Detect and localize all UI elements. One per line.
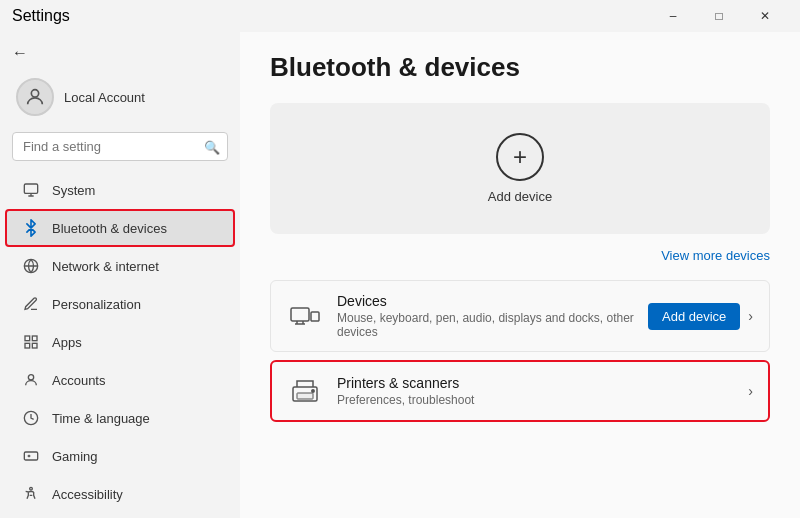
devices-row-action: Add device › [648,303,753,330]
devices-add-button[interactable]: Add device [648,303,740,330]
devices-row[interactable]: Devices Mouse, keyboard, pen, audio, dis… [270,280,770,352]
back-arrow-icon[interactable]: ← [12,44,28,62]
apps-icon [22,333,40,351]
network-icon [22,257,40,275]
svg-point-10 [30,487,33,490]
sidebar-item-label-personalization: Personalization [52,297,141,312]
view-more-link-container: View more devices [270,246,770,264]
svg-rect-3 [25,336,30,341]
printers-row-title: Printers & scanners [337,375,734,391]
add-device-label: Add device [488,189,552,204]
printers-row-action: › [748,383,753,399]
sidebar-item-personalization[interactable]: Personalization [6,286,234,322]
sidebar-item-system[interactable]: System [6,172,234,208]
sidebar-item-privacy[interactable]: Privacy & security [6,514,234,518]
personalization-icon [22,295,40,313]
sidebar-item-network[interactable]: Network & internet [6,248,234,284]
svg-point-7 [28,375,33,380]
sidebar-item-label-gaming: Gaming [52,449,98,464]
search-input[interactable] [12,132,228,161]
search-icon: 🔍 [204,139,220,154]
avatar [16,78,54,116]
title-bar-left: Settings [12,7,70,25]
sidebar-item-bluetooth[interactable]: Bluetooth & devices [6,210,234,246]
svg-rect-1 [24,184,37,193]
view-more-devices-link[interactable]: View more devices [661,248,770,263]
main-content: Bluetooth & devices + Add device View mo… [240,32,800,518]
sidebar-back[interactable]: ← [0,40,240,66]
sidebar-item-label-network: Network & internet [52,259,159,274]
app-body: ← Local Account 🔍 System [0,32,800,518]
sidebar-item-gaming[interactable]: Gaming [6,438,234,474]
add-device-card[interactable]: + Add device [270,103,770,234]
sidebar-item-time[interactable]: Time & language [6,400,234,436]
user-name: Local Account [64,90,145,105]
sidebar-item-label-accessibility: Accessibility [52,487,123,502]
sidebar-item-accounts[interactable]: Accounts [6,362,234,398]
svg-rect-5 [25,343,30,348]
devices-row-icon [287,298,323,334]
svg-rect-9 [24,452,37,460]
close-button[interactable]: ✕ [742,0,788,32]
maximize-button[interactable]: □ [696,0,742,32]
devices-row-info: Devices Mouse, keyboard, pen, audio, dis… [337,293,634,339]
sidebar: ← Local Account 🔍 System [0,32,240,518]
plus-icon: + [513,143,527,171]
time-icon [22,409,40,427]
user-profile[interactable]: Local Account [0,70,240,128]
sidebar-item-accessibility[interactable]: Accessibility [6,476,234,512]
printers-row-icon [287,373,323,409]
svg-point-16 [312,390,314,392]
devices-row-title: Devices [337,293,634,309]
svg-rect-6 [32,343,37,348]
svg-point-0 [31,90,38,97]
add-device-circle-icon: + [496,133,544,181]
sidebar-item-label-accounts: Accounts [52,373,105,388]
devices-row-subtitle: Mouse, keyboard, pen, audio, displays an… [337,311,634,339]
bluetooth-icon [22,219,40,237]
accessibility-icon [22,485,40,503]
title-bar: Settings – □ ✕ [0,0,800,32]
page-title: Bluetooth & devices [270,52,770,83]
svg-rect-13 [311,312,319,321]
sidebar-item-label-time: Time & language [52,411,150,426]
title-bar-title: Settings [12,7,70,25]
minimize-button[interactable]: – [650,0,696,32]
gaming-icon [22,447,40,465]
svg-rect-4 [32,336,37,341]
sidebar-item-apps[interactable]: Apps [6,324,234,360]
accounts-icon [22,371,40,389]
title-bar-controls: – □ ✕ [650,0,788,32]
sidebar-item-label-apps: Apps [52,335,82,350]
printers-row-info: Printers & scanners Preferences, trouble… [337,375,734,407]
svg-rect-15 [297,393,313,399]
search-box: 🔍 [12,132,228,161]
sidebar-item-label-system: System [52,183,95,198]
printers-row[interactable]: Printers & scanners Preferences, trouble… [270,360,770,422]
devices-chevron-icon: › [748,308,753,324]
svg-rect-12 [291,308,309,321]
system-icon [22,181,40,199]
printers-chevron-icon: › [748,383,753,399]
sidebar-item-label-bluetooth: Bluetooth & devices [52,221,167,236]
printers-row-subtitle: Preferences, troubleshoot [337,393,734,407]
